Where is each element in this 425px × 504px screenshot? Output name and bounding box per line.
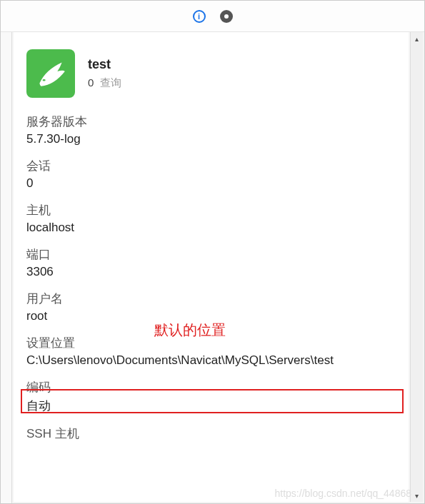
field-encoding: 编码 自动 — [26, 376, 396, 417]
field-label: 端口 — [26, 246, 396, 263]
vertical-scrollbar[interactable]: ▴ ▾ — [410, 32, 423, 502]
field-label: SSH 主机 — [26, 425, 396, 442]
query-count: 0 — [88, 76, 94, 89]
field-host: 主机 localhost — [26, 199, 396, 238]
connection-name: test — [88, 57, 121, 72]
info-icon[interactable]: i — [192, 9, 206, 24]
window-frame: i test 0 查询 服务器版本 — [0, 0, 425, 504]
field-server-version: 服务器版本 5.7.30-log — [26, 111, 396, 149]
annotation-text: 默认的位置 — [154, 321, 226, 340]
top-toolbar: i — [1, 1, 424, 32]
connection-icon — [26, 49, 75, 98]
field-label: 会话 — [26, 158, 396, 174]
field-value: C:\Users\lenovo\Documents\Navicat\MySQL\… — [26, 353, 396, 368]
field-port: 端口 3306 — [26, 243, 396, 282]
scroll-up-arrow[interactable]: ▴ — [411, 32, 423, 45]
scroll-down-arrow[interactable]: ▾ — [411, 489, 423, 502]
field-ssh-host: SSH 主机 — [26, 423, 396, 447]
connection-subtitle: 0 查询 — [88, 76, 121, 90]
svg-point-0 — [43, 79, 46, 81]
field-value: 3306 — [26, 265, 396, 279]
left-gutter — [1, 32, 12, 503]
field-value: localhost — [26, 221, 396, 235]
field-label: 用户名 — [26, 291, 396, 307]
query-label: 查询 — [100, 76, 121, 89]
field-label: 编码 — [26, 379, 396, 395]
info-panel: test 0 查询 服务器版本 5.7.30-log 会话 0 主机 local… — [14, 32, 409, 502]
field-value: 0 — [26, 176, 396, 191]
field-label: 主机 — [26, 202, 396, 218]
field-value: 5.7.30-log — [26, 132, 396, 146]
field-label: 服务器版本 — [26, 114, 396, 130]
field-list: 服务器版本 5.7.30-log 会话 0 主机 localhost 端口 33… — [14, 105, 409, 447]
connection-header: test 0 查询 — [14, 32, 409, 105]
watermark-text: https://blog.csdn.net/qq_44868 — [275, 488, 411, 499]
field-sessions: 会话 0 — [26, 155, 396, 193]
view-icon[interactable] — [219, 9, 234, 24]
field-value: 自动 — [26, 398, 396, 414]
